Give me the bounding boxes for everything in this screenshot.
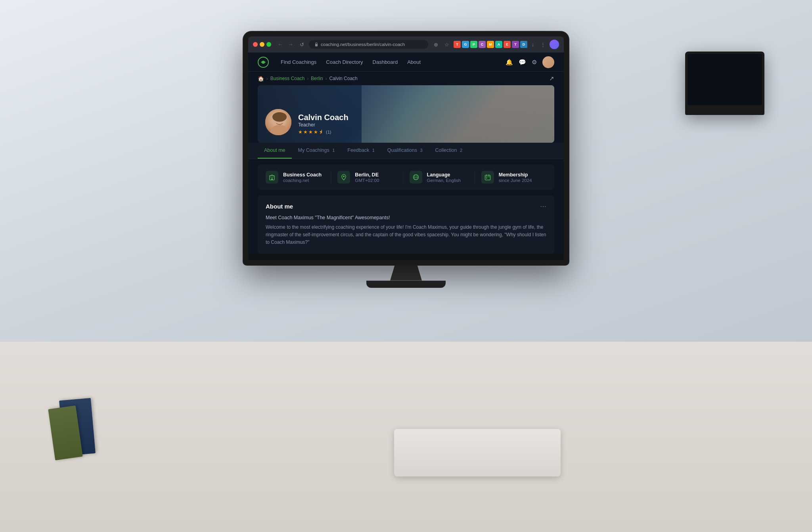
star-1: ★: [298, 129, 303, 135]
tab-feedback[interactable]: Feedback 1: [341, 143, 381, 159]
breadcrumb-business-coach[interactable]: Business Coach: [270, 76, 305, 81]
avatar-face: [265, 109, 291, 135]
star-5-half: ⯨: [319, 129, 324, 135]
bookmark-icon[interactable]: ☆: [442, 40, 451, 49]
info-card-language-content: Language German, English: [427, 172, 461, 183]
about-header: About me ⋯: [266, 203, 546, 210]
tab-feedback-count: 1: [372, 148, 375, 153]
browser-actions: ⊕ ☆ T G P C M A E T D: [431, 40, 559, 49]
nav-coach-directory[interactable]: Coach Directory: [326, 59, 363, 65]
website-content: Find Coachings Coach Directory Dashboard…: [248, 53, 564, 254]
tab-my-coachings[interactable]: My Coachings 1: [292, 143, 341, 159]
svg-rect-20: [486, 178, 487, 179]
logo-icon: [258, 57, 269, 68]
info-card-language-icon: [410, 171, 422, 184]
info-membership-sub: since June 2024: [499, 178, 532, 183]
breadcrumb-berlin[interactable]: Berlin: [311, 76, 323, 81]
browser-toolbar: ← → ↺ coaching.net/business/berlin/calvi…: [248, 36, 564, 53]
info-card-location-icon: [337, 171, 350, 184]
address-bar[interactable]: coaching.net/business/berlin/calvin-coac…: [309, 40, 428, 49]
monitor-screen: ← → ↺ coaching.net/business/berlin/calvi…: [248, 36, 564, 260]
profile-role: Teacher: [298, 122, 349, 128]
url-text: coaching.net/business/berlin/calvin-coac…: [321, 42, 405, 47]
about-menu-button[interactable]: ⋯: [540, 203, 546, 210]
ext-icon-7[interactable]: E: [504, 41, 511, 48]
profile-tabs: About me My Coachings 1 Feedback 1 Quali…: [248, 143, 564, 159]
breadcrumb-home-icon[interactable]: 🏠: [258, 76, 264, 82]
ext-icon-8[interactable]: T: [512, 41, 519, 48]
info-card-location-content: Berlin, DE GMT+02:00: [355, 172, 379, 183]
svg-point-7: [272, 112, 287, 122]
site-logo[interactable]: [258, 57, 269, 68]
nav-links: Find Coachings Coach Directory Dashboard…: [281, 59, 506, 65]
info-card-type: Business Coach coaching.net: [266, 171, 331, 184]
share-button[interactable]: ↗: [549, 75, 554, 82]
back-arrow[interactable]: ←: [276, 40, 285, 48]
breadcrumb: 🏠 › Business Coach › Berlin › Calvin Coa…: [258, 76, 358, 82]
ext-icon-3[interactable]: P: [470, 41, 477, 48]
info-card-membership-icon: [481, 171, 494, 184]
forward-arrow[interactable]: →: [286, 40, 295, 48]
breadcrumb-sep-3: ›: [326, 76, 327, 81]
translate-icon[interactable]: ⊕: [431, 40, 440, 49]
info-card-type-content: Business Coach coaching.net: [283, 172, 322, 183]
location-icon: [341, 174, 347, 180]
refresh-button[interactable]: ↺: [300, 42, 304, 48]
breadcrumb-sep-1: ›: [266, 76, 268, 81]
secondary-monitor-screen: [688, 54, 762, 105]
profile-text: Calvin Coach Teacher ★ ★ ★ ★ ⯨ (1): [298, 113, 349, 136]
tab-about-me[interactable]: About me: [258, 143, 292, 159]
avatar-svg: [265, 109, 293, 136]
info-card-type-icon: [266, 171, 278, 184]
ext-icon-2[interactable]: G: [462, 41, 469, 48]
monitor-bottom-bar: [248, 260, 564, 265]
more-icon[interactable]: ⋮: [538, 40, 547, 49]
ext-icon-9[interactable]: D: [520, 41, 527, 48]
extensions-row: T G P C M A E T D ↓ ⋮: [454, 40, 547, 49]
ext-icon-1[interactable]: T: [454, 41, 461, 48]
profile-avatar: [264, 108, 293, 136]
info-language-title: Language: [427, 172, 461, 178]
user-avatar-chrome[interactable]: [550, 40, 559, 49]
monitor: ← → ↺ coaching.net/business/berlin/calvi…: [243, 32, 569, 265]
svg-rect-9: [271, 177, 272, 178]
profile-header: Calvin Coach Teacher ★ ★ ★ ★ ⯨ (1): [258, 85, 554, 143]
info-card-membership: Membership since June 2024: [475, 171, 546, 184]
info-card-location: Berlin, DE GMT+02:00: [331, 171, 403, 184]
info-cards: Business Coach coaching.net Berli: [258, 165, 554, 190]
ext-icon-5[interactable]: M: [487, 41, 494, 48]
nav-arrows: ← →: [276, 40, 295, 48]
close-button[interactable]: [253, 42, 258, 47]
notification-icon[interactable]: 🔔: [506, 59, 513, 66]
tab-collection-count: 2: [460, 148, 462, 153]
profile-name: Calvin Coach: [298, 113, 349, 122]
user-avatar-nav[interactable]: [542, 56, 554, 68]
nav-about[interactable]: About: [407, 59, 421, 65]
tab-qualifications[interactable]: Qualifications 3: [381, 143, 429, 159]
site-navigation: Find Coachings Coach Directory Dashboard…: [248, 53, 564, 72]
maximize-button[interactable]: [266, 42, 271, 47]
message-icon[interactable]: 💬: [519, 59, 526, 66]
language-icon: [413, 174, 419, 180]
ext-icon-6[interactable]: A: [495, 41, 502, 48]
info-type-title: Business Coach: [283, 172, 322, 178]
svg-rect-16: [485, 175, 490, 180]
tab-qualifications-count: 3: [420, 148, 422, 153]
monitor-neck: [390, 265, 422, 281]
svg-rect-0: [315, 44, 318, 46]
nav-dashboard[interactable]: Dashboard: [373, 59, 398, 65]
lock-icon: [314, 42, 318, 47]
nav-find-coachings[interactable]: Find Coachings: [281, 59, 316, 65]
minimize-button[interactable]: [260, 42, 264, 47]
building-icon: [269, 174, 275, 180]
svg-rect-10: [272, 177, 273, 178]
info-membership-title: Membership: [499, 172, 532, 178]
breadcrumb-calvin: Calvin Coach: [329, 76, 357, 81]
settings-icon[interactable]: ⚙: [532, 59, 537, 66]
svg-rect-11: [271, 178, 273, 180]
monitor-assembly: ← → ↺ coaching.net/business/berlin/calvi…: [243, 32, 569, 288]
download-icon[interactable]: ↓: [529, 40, 537, 49]
ext-icon-4[interactable]: C: [479, 41, 486, 48]
tab-collection[interactable]: Collection 2: [429, 143, 469, 159]
nav-right: 🔔 💬 ⚙: [506, 56, 554, 68]
